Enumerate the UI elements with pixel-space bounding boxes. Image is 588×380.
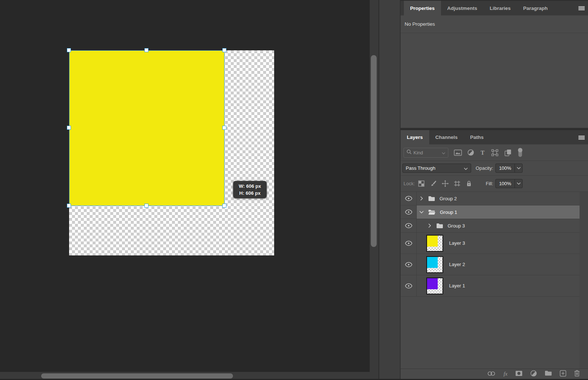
layer-filter-row: Kind T [401, 144, 588, 161]
adjustment-layer-filter-icon[interactable] [467, 149, 474, 156]
folder-open-icon [428, 209, 435, 215]
layers-panel-menu-icon[interactable] [578, 136, 585, 140]
smart-object-filter-icon[interactable] [505, 149, 511, 156]
pixel-layer-filter-icon[interactable] [454, 150, 462, 156]
blend-mode-row: Pass Through Opacity: 100% [401, 161, 588, 176]
tab-layers[interactable]: Layers [401, 130, 429, 144]
visibility-toggle[interactable] [401, 219, 417, 232]
opacity-value: 100% [496, 164, 514, 172]
lock-transparent-pixels-icon[interactable] [418, 180, 424, 187]
layer-list: Group 2 Group 1 [401, 192, 588, 369]
layer-name: Group 2 [440, 196, 457, 201]
transform-handle-top-right[interactable] [222, 48, 226, 52]
properties-panel-body [401, 33, 588, 128]
layer-name: Group 1 [440, 209, 457, 215]
layer-thumbnail[interactable] [426, 277, 443, 294]
tab-libraries[interactable]: Libraries [484, 1, 517, 15]
chevron-down-icon [442, 149, 445, 156]
lock-image-pixels-icon[interactable] [430, 180, 437, 187]
layer-row-layer-2[interactable]: Layer 2 [401, 254, 588, 275]
opacity-dropdown-chevron-icon[interactable] [514, 164, 522, 172]
eye-icon [405, 283, 412, 288]
visibility-toggle[interactable] [401, 275, 417, 296]
canvas-area[interactable]: W: 606 px H: 606 px [0, 0, 379, 380]
layer-name: Layer 1 [449, 283, 465, 288]
layer-row-layer-1[interactable]: Layer 1 [401, 275, 588, 297]
layer-row-group-1[interactable]: Group 1 [401, 205, 588, 219]
transform-handle-top-left[interactable] [67, 48, 71, 52]
document-canvas[interactable]: W: 606 px H: 606 px [69, 50, 274, 255]
transform-handle-top-middle[interactable] [144, 48, 148, 52]
transform-selection-box[interactable] [69, 50, 225, 206]
opacity-input[interactable]: 100% [495, 164, 523, 173]
vertical-scrollbar-track[interactable] [370, 0, 379, 380]
layer-name: Layer 3 [449, 240, 465, 246]
chevron-down-icon [464, 165, 468, 172]
new-layer-icon[interactable] [560, 370, 566, 378]
properties-panel-tabbar: Properties Adjustments Libraries Paragra… [401, 0, 588, 15]
layer-filtering-toggle[interactable] [517, 148, 523, 157]
layer-thumbnail[interactable] [426, 256, 443, 273]
add-layer-mask-icon[interactable] [515, 370, 523, 378]
horizontal-scrollbar-thumb[interactable] [41, 373, 233, 379]
chevron-down-icon[interactable] [419, 211, 424, 214]
fill-value: 100% [496, 179, 514, 188]
layer-list-scrollbar-gutter[interactable] [580, 192, 588, 369]
transform-handle-middle-left[interactable] [67, 126, 71, 130]
lock-position-icon[interactable] [442, 180, 449, 187]
tab-paragraph[interactable]: Paragraph [517, 1, 554, 15]
transform-handle-bottom-right[interactable] [222, 204, 226, 208]
fill-dropdown-chevron-icon[interactable] [514, 179, 522, 188]
visibility-toggle[interactable] [401, 205, 417, 219]
size-tooltip-width: W: 606 px [233, 183, 266, 190]
layer-row-group-2[interactable]: Group 2 [401, 192, 588, 205]
size-tooltip: W: 606 px H: 606 px [233, 181, 267, 198]
delete-layer-icon[interactable] [574, 370, 580, 378]
search-icon [406, 149, 412, 156]
tab-channels[interactable]: Channels [429, 130, 464, 144]
shape-layer-filter-icon[interactable] [491, 149, 498, 156]
tab-adjustments[interactable]: Adjustments [441, 1, 484, 15]
lock-artboard-nesting-icon[interactable] [454, 180, 460, 187]
chevron-right-icon[interactable] [427, 223, 432, 228]
visibility-toggle[interactable] [401, 233, 417, 254]
properties-panel-menu-icon[interactable] [578, 6, 585, 10]
lock-all-icon[interactable] [466, 180, 472, 187]
transform-handle-middle-right[interactable] [222, 126, 226, 130]
visibility-toggle[interactable] [401, 254, 417, 275]
layers-panel-footer: fx [401, 369, 588, 379]
fill-input[interactable]: 100% [495, 179, 523, 188]
eye-icon [405, 223, 412, 228]
layer-row-group-3[interactable]: Group 3 [401, 219, 588, 233]
panel-dock: Properties Adjustments Libraries Paragra… [401, 0, 588, 380]
chevron-right-icon[interactable] [419, 196, 424, 201]
layer-thumbnail[interactable] [426, 235, 443, 252]
filter-kind-combo[interactable]: Kind [404, 148, 448, 158]
type-layer-filter-icon[interactable]: T [480, 150, 485, 155]
transform-handle-bottom-middle[interactable] [144, 204, 148, 208]
opacity-label: Opacity: [476, 165, 493, 171]
layer-row-layer-3[interactable]: Layer 3 [401, 233, 588, 254]
eye-icon [405, 262, 412, 267]
layer-style-fx-icon[interactable]: fx [503, 371, 508, 377]
new-adjustment-layer-icon[interactable] [530, 370, 537, 378]
eye-icon [405, 196, 412, 201]
vertical-scrollbar-thumb[interactable] [371, 55, 377, 247]
visibility-toggle[interactable] [401, 192, 417, 205]
photoshop-window: W: 606 px H: 606 px Properties Adjustmen… [0, 0, 588, 380]
new-group-icon[interactable] [545, 370, 552, 377]
eye-icon [405, 241, 412, 246]
filter-kind-label: Kind [413, 150, 442, 155]
panel-dock-gutter [379, 0, 401, 380]
no-properties-message: No Properties [401, 15, 588, 33]
svg-text:T: T [481, 150, 485, 155]
tab-paths[interactable]: Paths [464, 130, 490, 144]
tab-properties[interactable]: Properties [404, 1, 441, 15]
link-layers-icon[interactable] [487, 371, 496, 377]
fill-label: Fill: [486, 181, 493, 186]
blend-mode-value: Pass Through [406, 165, 464, 171]
folder-closed-icon [428, 196, 435, 201]
blend-mode-select[interactable]: Pass Through [402, 164, 471, 173]
eye-icon [405, 209, 412, 215]
transform-handle-bottom-left[interactable] [67, 204, 71, 208]
